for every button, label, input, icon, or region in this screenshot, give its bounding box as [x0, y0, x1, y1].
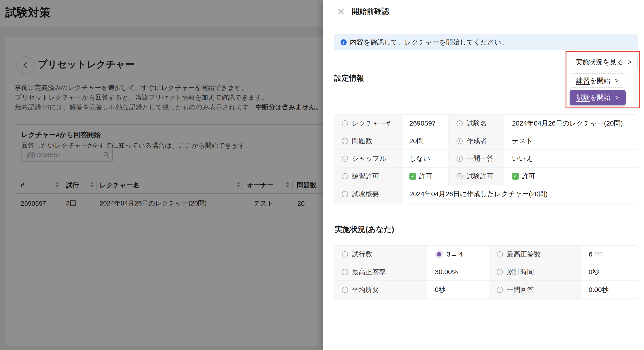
info-banner: i 内容を確認して、レクチャーを開始してください。 [334, 34, 638, 50]
close-icon [338, 8, 344, 15]
start-exam-label: 試験を開始 [576, 93, 610, 102]
best-rate-value-cell: 30.00% [427, 263, 489, 281]
modal-backdrop[interactable] [0, 0, 323, 350]
status-dot-icon [435, 250, 444, 259]
status-table: i試行数 3→ 4 i最高正答数 6/20 i最高正答率 30.00% i累計時… [334, 246, 638, 299]
shuffle-value-cell: しない [401, 150, 448, 168]
exam-name-label-cell: i試験名 [448, 115, 504, 132]
pre-start-confirmation-drawer: 開始前確認 i 内容を確認して、レクチャーを開始してください。 実施状況を見る>… [323, 0, 644, 350]
info-icon: i [342, 138, 348, 144]
best-rate-label-cell: i最高正答率 [334, 263, 427, 281]
attempts-label-cell: i試行数 [334, 246, 427, 263]
info-icon: i [456, 173, 463, 179]
avg-time-value-cell: 0秒 [427, 281, 489, 299]
total-time-label-cell: i累計時間 [489, 263, 580, 281]
info-icon: i [342, 251, 348, 257]
info-icon: i [340, 39, 347, 45]
practice-permission-value-cell: ✓許可 [401, 168, 448, 185]
one-by-one-label-cell: i一問一答 [448, 150, 504, 168]
info-banner-text: 内容を確認して、レクチャーを開始してください。 [350, 38, 508, 47]
author-value-cell: テスト [504, 132, 638, 150]
question-count-value-cell: 20問 [401, 132, 448, 150]
info-icon: i [342, 173, 348, 179]
settings-section-heading: 設定情報 [334, 73, 364, 83]
info-icon: i [456, 120, 463, 127]
one-by-one-value-cell: いいえ [504, 150, 638, 168]
chevron-right-icon: > [615, 77, 619, 84]
info-icon: i [456, 156, 463, 162]
close-button[interactable] [335, 6, 347, 17]
status-section-heading: 実施状況(あなた) [335, 224, 394, 235]
settings-table: iレクチャー# 2690597 i試験名 2024年04月26日のレクチャー(2… [334, 115, 638, 203]
view-status-button[interactable]: 実施状況を見る> [570, 55, 638, 69]
check-icon: ✓ [409, 173, 416, 180]
info-icon: i [342, 269, 348, 275]
start-practice-button[interactable]: 練習を開始> [570, 73, 625, 88]
chevron-right-icon: > [615, 94, 619, 101]
per-question-label-cell: i一問回答 [489, 281, 580, 299]
best-correct-label-cell: i最高正答数 [489, 246, 580, 263]
lecture-number-value-cell: 2690597 [401, 115, 448, 132]
lecture-number-label-cell: iレクチャー# [334, 115, 401, 132]
best-correct-value-cell: 6/20 [580, 246, 638, 263]
info-icon: i [497, 269, 503, 275]
total-time-value-cell: 0秒 [580, 263, 638, 281]
start-exam-button[interactable]: 試験を開始> [570, 90, 626, 105]
info-icon: i [342, 287, 348, 293]
exam-summary-label-cell: i試験概要 [334, 185, 401, 203]
modal-header: 開始前確認 [323, 0, 644, 23]
check-icon: ✓ [512, 173, 519, 180]
question-count-label-cell: i問題数 [334, 132, 401, 150]
info-icon: i [342, 156, 348, 162]
info-icon: i [342, 191, 348, 197]
start-practice-label: 練習を開始 [576, 76, 610, 85]
author-label-cell: i作成者 [448, 132, 504, 150]
practice-permission-label-cell: i練習許可 [334, 168, 401, 185]
attempts-value-cell: 3→ 4 [427, 246, 489, 263]
exam-name-value-cell: 2024年04月26日のレクチャー(20問) [504, 115, 638, 132]
info-icon: i [456, 138, 463, 144]
exam-summary-value-cell: 2024年04月26日に作成したレクチャー(20問) [401, 185, 638, 203]
info-icon: i [497, 251, 503, 257]
avg-time-label-cell: i平均所要 [334, 281, 427, 299]
shuffle-label-cell: iシャッフル [334, 150, 401, 168]
info-icon: i [342, 120, 348, 127]
per-question-value-cell: 0.00秒 [580, 281, 638, 299]
chevron-right-icon: > [628, 58, 632, 66]
modal-title: 開始前確認 [352, 6, 389, 16]
info-icon: i [497, 287, 503, 293]
exam-permission-value-cell: ✓許可 [504, 168, 638, 185]
best-correct-total: /20 [594, 251, 602, 258]
exam-permission-label-cell: i試験許可 [448, 168, 504, 185]
